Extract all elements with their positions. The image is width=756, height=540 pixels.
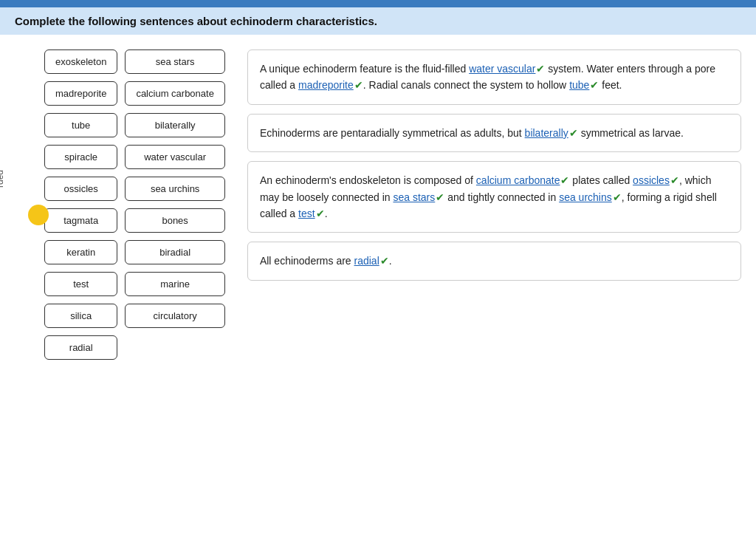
filled-word[interactable]: radial	[354, 255, 379, 267]
word-tile[interactable]: circulatory	[125, 304, 225, 328]
filled-word[interactable]: bilaterally	[525, 127, 568, 139]
header-text: Complete the following sentences about e…	[15, 15, 377, 27]
word-tile[interactable]: calcium carbonate	[125, 81, 225, 106]
check-icon: ✔	[569, 127, 578, 139]
filled-word[interactable]: calcium carbonate	[476, 174, 560, 186]
word-tile[interactable]: water vascular	[125, 145, 225, 169]
word-tile[interactable]: keratin	[44, 240, 117, 264]
word-tile[interactable]: silica	[44, 304, 117, 328]
sentence-box: A unique echinoderm feature is the fluid…	[247, 49, 741, 105]
word-tile[interactable]: sea stars	[125, 49, 225, 74]
filled-word[interactable]: ossicles	[633, 174, 670, 186]
check-icon: ✔	[354, 79, 363, 91]
filled-word[interactable]: madreporite	[298, 79, 354, 91]
side-label: rded	[0, 170, 5, 188]
check-icon: ✔	[436, 191, 444, 203]
filled-word[interactable]: sea urchins	[559, 191, 612, 203]
word-column-right: sea starscalcium carbonatebilaterallywat…	[125, 49, 225, 360]
word-tile[interactable]: exoskeleton	[44, 49, 117, 74]
sentence-box: Echinoderms are pentaradially symmetrica…	[247, 114, 741, 152]
page-header: Complete the following sentences about e…	[0, 7, 756, 35]
word-tile[interactable]: bilaterally	[125, 113, 225, 137]
yellow-circle-icon	[28, 205, 49, 225]
check-icon: ✔	[536, 63, 545, 75]
word-tile[interactable]: tube	[44, 113, 117, 137]
sentence-box: An echinoderm's endoskeleton is composed…	[247, 161, 741, 233]
word-tile[interactable]: marine	[125, 272, 225, 296]
word-bank: exoskeletonmadreporitetubespiracleossicl…	[44, 49, 225, 360]
filled-word[interactable]: test	[298, 208, 315, 219]
check-icon: ✔	[613, 191, 622, 203]
filled-word[interactable]: water vascular	[469, 63, 535, 75]
sentence-box: All echinoderms are radial✔.	[247, 242, 741, 280]
word-tile[interactable]: test	[44, 272, 117, 296]
check-icon: ✔	[380, 255, 389, 267]
check-icon: ✔	[590, 79, 599, 91]
top-bar	[0, 0, 756, 7]
word-tile[interactable]: radial	[44, 335, 117, 360]
word-tile[interactable]: tagmata	[44, 208, 117, 233]
word-column-left: exoskeletonmadreporitetubespiracleossicl…	[44, 49, 117, 360]
filled-word[interactable]: tube	[569, 79, 589, 91]
word-tile[interactable]: bones	[125, 208, 225, 233]
check-icon: ✔	[316, 208, 325, 219]
sentence-panel: A unique echinoderm feature is the fluid…	[247, 49, 741, 360]
word-tile[interactable]: spiracle	[44, 145, 117, 169]
filled-word[interactable]: sea stars	[393, 191, 435, 203]
word-tile[interactable]: madreporite	[44, 81, 117, 106]
word-tile[interactable]: ossicles	[44, 177, 117, 201]
word-tile[interactable]: sea urchins	[125, 177, 225, 201]
check-icon: ✔	[670, 174, 679, 186]
word-tile[interactable]: biradial	[125, 240, 225, 264]
check-icon: ✔	[560, 174, 569, 186]
